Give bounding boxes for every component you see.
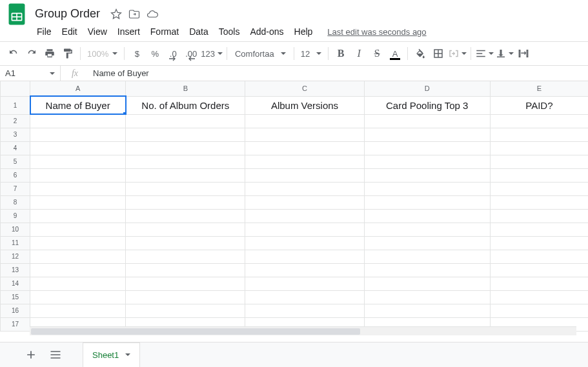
- row-header[interactable]: 12: [1, 250, 30, 263]
- vertical-align-dropdown[interactable]: [495, 45, 514, 62]
- cell-D8[interactable]: [364, 195, 490, 209]
- cell-E13[interactable]: [490, 263, 588, 277]
- cell-A7[interactable]: [30, 182, 126, 195]
- select-all-corner[interactable]: [1, 81, 30, 96]
- cell-B2[interactable]: [126, 114, 245, 128]
- borders-button[interactable]: [430, 45, 447, 62]
- row-header[interactable]: 7: [1, 182, 30, 195]
- menu-help[interactable]: Help: [290, 24, 318, 39]
- last-edit-link[interactable]: Last edit was seconds ago: [327, 27, 426, 37]
- cell-B16[interactable]: [126, 304, 245, 317]
- cell-E9[interactable]: [490, 209, 588, 223]
- cell-D7[interactable]: [364, 182, 490, 195]
- cell-E5[interactable]: [490, 155, 588, 168]
- row-header[interactable]: 2: [1, 114, 30, 128]
- cell-C11[interactable]: [245, 236, 364, 250]
- cell-E8[interactable]: [490, 195, 588, 209]
- cell-D10[interactable]: [364, 223, 490, 236]
- text-color-button[interactable]: A: [387, 45, 403, 62]
- cell-E14[interactable]: [490, 277, 588, 290]
- row-header[interactable]: 5: [1, 155, 30, 168]
- cell-B3[interactable]: [126, 128, 245, 141]
- font-family-dropdown[interactable]: Comfortaa: [231, 45, 290, 62]
- row-header[interactable]: 6: [1, 168, 30, 182]
- font-size-dropdown[interactable]: 12: [298, 45, 324, 62]
- row-header[interactable]: 14: [1, 277, 30, 290]
- cell-C12[interactable]: [245, 250, 364, 263]
- cell-A16[interactable]: [30, 304, 126, 317]
- cell-C8[interactable]: [245, 195, 364, 209]
- cell-A2[interactable]: [30, 114, 126, 128]
- cell-D5[interactable]: [364, 155, 490, 168]
- cell-A14[interactable]: [30, 277, 126, 290]
- cell-A3[interactable]: [30, 128, 126, 141]
- row-header[interactable]: 17: [1, 317, 30, 331]
- cell-E7[interactable]: [490, 182, 588, 195]
- cell-D1[interactable]: Card Pooling Top 3: [364, 96, 490, 114]
- column-header[interactable]: E: [490, 81, 588, 96]
- cell-B1[interactable]: No. of Album Orders: [126, 96, 245, 114]
- cell-C3[interactable]: [245, 128, 364, 141]
- selection-handle[interactable]: [123, 112, 126, 115]
- cell-E11[interactable]: [490, 236, 588, 250]
- cell-D12[interactable]: [364, 250, 490, 263]
- row-header[interactable]: 9: [1, 209, 30, 223]
- cell-A8[interactable]: [30, 195, 126, 209]
- cell-D15[interactable]: [364, 290, 490, 304]
- cell-B10[interactable]: [126, 223, 245, 236]
- cell-A4[interactable]: [30, 141, 126, 155]
- cell-B4[interactable]: [126, 141, 245, 155]
- cell-E15[interactable]: [490, 290, 588, 304]
- cell-C5[interactable]: [245, 155, 364, 168]
- format-currency-button[interactable]: $: [128, 45, 145, 62]
- cell-C14[interactable]: [245, 277, 364, 290]
- cell-A6[interactable]: [30, 168, 126, 182]
- column-header[interactable]: A: [30, 81, 126, 96]
- cell-E6[interactable]: [490, 168, 588, 182]
- menu-data[interactable]: Data: [185, 24, 213, 39]
- cell-A11[interactable]: [30, 236, 126, 250]
- cell-D11[interactable]: [364, 236, 490, 250]
- cell-E3[interactable]: [490, 128, 588, 141]
- fill-color-button[interactable]: [412, 45, 429, 62]
- cell-D6[interactable]: [364, 168, 490, 182]
- cell-B12[interactable]: [126, 250, 245, 263]
- redo-button[interactable]: [23, 45, 40, 62]
- zoom-dropdown[interactable]: 100%: [85, 45, 120, 62]
- cell-B15[interactable]: [126, 290, 245, 304]
- number-format-dropdown[interactable]: 123: [201, 45, 223, 62]
- cell-C10[interactable]: [245, 223, 364, 236]
- cell-B9[interactable]: [126, 209, 245, 223]
- cell-B7[interactable]: [126, 182, 245, 195]
- decrease-decimal-button[interactable]: .0: [165, 45, 181, 62]
- cell-B8[interactable]: [126, 195, 245, 209]
- scrollbar-thumb[interactable]: [31, 328, 360, 335]
- horizontal-scrollbar[interactable]: [30, 326, 576, 335]
- cell-B5[interactable]: [126, 155, 245, 168]
- cell-A12[interactable]: [30, 250, 126, 263]
- column-header[interactable]: B: [126, 81, 245, 96]
- cell-A13[interactable]: [30, 263, 126, 277]
- undo-button[interactable]: [5, 45, 22, 62]
- cell-D3[interactable]: [364, 128, 490, 141]
- cell-E12[interactable]: [490, 250, 588, 263]
- italic-button[interactable]: I: [350, 45, 367, 62]
- cell-A1[interactable]: Name of Buyer: [30, 96, 126, 114]
- format-percent-button[interactable]: %: [147, 45, 163, 62]
- row-header[interactable]: 10: [1, 223, 30, 236]
- cell-A15[interactable]: [30, 290, 126, 304]
- cell-C15[interactable]: [245, 290, 364, 304]
- column-header[interactable]: C: [245, 81, 364, 96]
- sheet-tab-sheet1[interactable]: Sheet1: [83, 342, 140, 367]
- cell-B14[interactable]: [126, 277, 245, 290]
- row-header[interactable]: 11: [1, 236, 30, 250]
- document-title[interactable]: Group Order: [31, 6, 104, 22]
- cell-E10[interactable]: [490, 223, 588, 236]
- row-header[interactable]: 8: [1, 195, 30, 209]
- cell-E2[interactable]: [490, 114, 588, 128]
- cell-E16[interactable]: [490, 304, 588, 317]
- cell-D13[interactable]: [364, 263, 490, 277]
- cell-A9[interactable]: [30, 209, 126, 223]
- cell-A10[interactable]: [30, 223, 126, 236]
- text-wrap-dropdown[interactable]: [515, 45, 532, 62]
